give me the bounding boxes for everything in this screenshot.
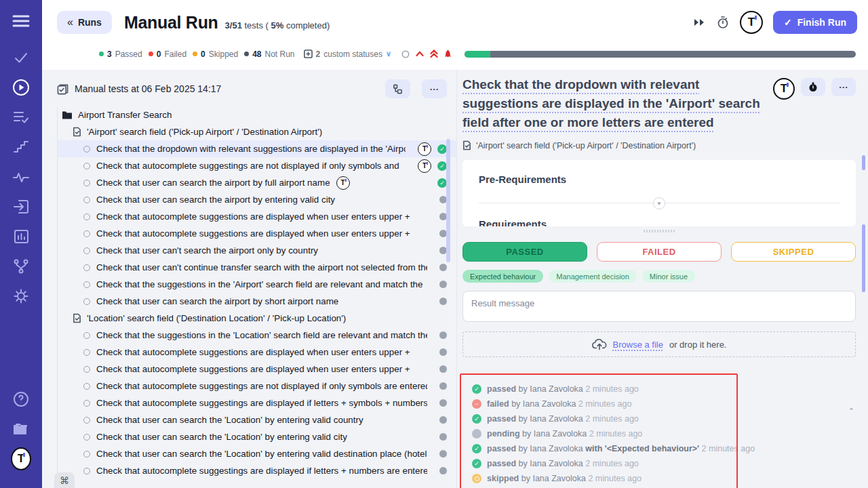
test-row[interactable]: Check that the suggestions in the 'Airpo… <box>58 276 456 293</box>
test-row[interactable]: Check that user can't search the airport… <box>58 242 456 259</box>
pulse-icon[interactable] <box>11 167 31 187</box>
test-row[interactable]: Check that user can search the 'Location… <box>58 428 456 445</box>
test-state-circle-icon[interactable] <box>83 230 90 237</box>
finish-run-button[interactable]: ✓ Finish Run <box>773 11 857 34</box>
test-state-circle-icon[interactable] <box>83 298 90 305</box>
status-notrun-icon <box>439 399 447 407</box>
card-scrollbar[interactable] <box>862 155 865 170</box>
brand-logo-icon[interactable]: T <box>11 449 31 469</box>
test-row[interactable]: Check that autocomplete suggestings are … <box>58 394 456 411</box>
detail-scrollbar[interactable] <box>862 224 865 292</box>
test-state-circle-icon[interactable] <box>83 332 90 339</box>
test-row[interactable]: Check that autocomplete suggestions are … <box>58 225 456 242</box>
test-label: Check that user can search the 'Location… <box>96 432 347 442</box>
detail-more-button[interactable]: ··· <box>831 78 856 96</box>
report-icon[interactable] <box>11 226 31 247</box>
brand-logo-icon[interactable]: T <box>740 11 763 34</box>
stopwatch-icon[interactable] <box>716 16 730 29</box>
test-row[interactable]: Check that autocomplete suggestions are … <box>58 344 456 361</box>
check-icon[interactable] <box>11 47 31 68</box>
test-row[interactable]: Check that user can search the 'Location… <box>58 411 456 428</box>
test-brand-logo-icon: T <box>773 78 795 100</box>
branch-icon[interactable] <box>11 256 31 277</box>
test-state-circle-icon[interactable] <box>83 468 90 474</box>
tasks-icon[interactable] <box>11 107 31 127</box>
mark-failed-button[interactable]: FAILED <box>597 242 722 262</box>
test-row[interactable]: Check that autocomplete suggestings are … <box>58 462 456 479</box>
tree-view-button[interactable] <box>385 79 410 98</box>
history-entry: −failed by Iana Zavoloka 2 minutes ago <box>472 396 856 411</box>
topbar: « Runs Manual Run 3/51 tests ( 5% comple… <box>42 0 868 45</box>
tag-minor-issue[interactable]: Minor issue <box>642 270 695 283</box>
priority-filter-icons <box>401 49 452 59</box>
history-user: Iana Zavoloka <box>530 414 583 424</box>
test-state-circle-icon[interactable] <box>83 400 90 407</box>
doc-row[interactable]: 'Location' search field ('Destination Lo… <box>58 310 456 327</box>
mark-skipped-button[interactable]: SKIPPED <box>731 242 856 262</box>
steps-icon[interactable] <box>11 137 31 157</box>
timer-button[interactable] <box>801 78 825 96</box>
upload-cloud-icon <box>592 339 607 350</box>
test-state-circle-icon[interactable] <box>83 264 90 271</box>
list-more-button[interactable]: ··· <box>422 79 447 98</box>
keyboard-shortcut-badge[interactable]: ⌘ <box>54 472 75 488</box>
test-state-circle-icon[interactable] <box>83 434 90 441</box>
test-state-circle-icon[interactable] <box>83 163 90 169</box>
test-state-circle-icon[interactable] <box>83 214 90 220</box>
passed-count: 3Passed <box>99 49 142 59</box>
timer-icon <box>808 82 818 92</box>
mark-passed-button[interactable]: PASSED <box>462 242 587 262</box>
test-state-circle-icon[interactable] <box>83 366 90 373</box>
test-state-circle-icon[interactable] <box>83 247 90 254</box>
test-state-circle-icon[interactable] <box>83 349 90 356</box>
notrun-dot-icon <box>244 52 249 56</box>
projects-icon[interactable] <box>11 419 31 439</box>
folder-row[interactable]: Airport Transfer Search <box>58 106 456 123</box>
test-row[interactable]: Check that user can search the airport b… <box>58 293 456 310</box>
tag-expected-behaviour[interactable]: Expected behaviour <box>462 270 543 283</box>
browse-file-link[interactable]: Browse a file <box>613 340 663 350</box>
test-row[interactable]: Check that autocomplete suggestions are … <box>58 208 456 225</box>
test-row[interactable]: Check that autocomplete suggestions are … <box>58 361 456 378</box>
tag-management-decision[interactable]: Management decision <box>549 270 637 283</box>
test-row[interactable]: Check that user can search the 'Location… <box>58 445 456 462</box>
test-row[interactable]: Check that the suggestions in the 'Locat… <box>58 327 456 344</box>
play-circle-icon[interactable] <box>11 77 31 98</box>
result-history-list: ✓passed by Iana Zavoloka 2 minutes ago−f… <box>462 375 856 488</box>
test-label: Check that user can search the airport b… <box>96 195 335 205</box>
test-row[interactable]: Check that user can search the airport b… <box>58 174 456 191</box>
tests-scrollbar[interactable] <box>446 139 450 262</box>
test-row[interactable]: Check that user can't continue transfer … <box>58 259 456 276</box>
chevron-up-priority-icon[interactable] <box>416 51 424 57</box>
result-message-input[interactable] <box>462 291 856 322</box>
test-state-circle-icon[interactable] <box>83 383 90 390</box>
test-row[interactable]: Check that autocomplete suggestings are … <box>58 378 456 394</box>
back-to-runs-button[interactable]: « Runs <box>57 11 112 34</box>
circle-priority-icon[interactable] <box>401 50 410 58</box>
collapse-section-button[interactable]: ▼ <box>653 197 665 209</box>
test-row[interactable]: Check that user can search the airport b… <box>58 191 456 208</box>
panel-drag-handle[interactable] <box>644 230 675 232</box>
fast-forward-icon[interactable] <box>694 18 706 27</box>
custom-statuses-dropdown[interactable]: 2custom statuses ∨ <box>304 49 391 59</box>
rocket-priority-icon[interactable] <box>444 49 452 59</box>
status-notrun-icon <box>439 450 447 458</box>
menu-icon[interactable] <box>11 11 31 31</box>
history-entry: ✓passed by Iana Zavoloka with '<Expected… <box>472 441 856 456</box>
test-row[interactable]: Check that the dropdown with relevant su… <box>58 140 456 157</box>
gear-icon[interactable] <box>11 286 31 306</box>
double-chevron-up-priority-icon[interactable] <box>430 49 438 58</box>
sign-in-icon[interactable] <box>11 197 31 217</box>
doc-row[interactable]: 'Airport' search field ('Pick-up Airport… <box>58 123 456 140</box>
test-breadcrumb[interactable]: 'Airport' search field ('Pick-up Airport… <box>462 140 856 150</box>
test-state-circle-icon[interactable] <box>83 180 90 186</box>
help-icon[interactable] <box>11 389 31 409</box>
test-state-circle-icon[interactable] <box>83 417 90 424</box>
test-title[interactable]: Check that the dropdown with relevant su… <box>462 75 765 132</box>
test-row[interactable]: Check that autocomplete suggestings are … <box>58 157 456 174</box>
test-state-circle-icon[interactable] <box>83 146 90 152</box>
test-state-circle-icon[interactable] <box>83 281 90 288</box>
test-state-circle-icon[interactable] <box>83 197 90 203</box>
test-state-circle-icon[interactable] <box>83 451 90 458</box>
file-dropzone[interactable]: Browse a file or drop it here. <box>462 331 856 357</box>
